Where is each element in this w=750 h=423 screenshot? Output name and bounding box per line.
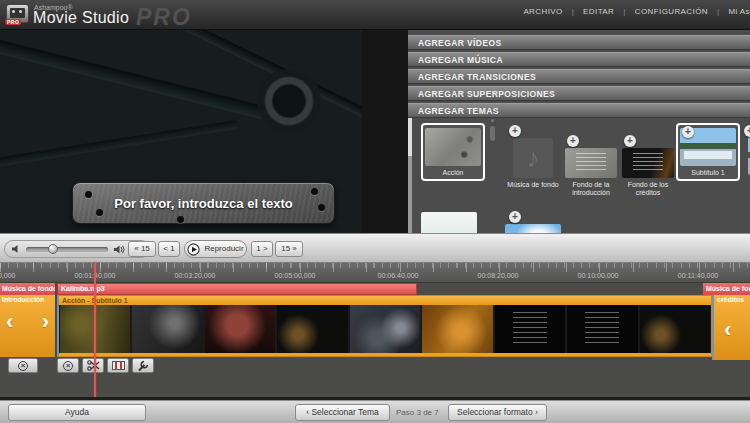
- add-icon[interactable]: +: [567, 135, 579, 147]
- accordion-agregar-temas[interactable]: AGREGAR TEMAS: [408, 103, 750, 118]
- menu-configuracion[interactable]: CONFIGURACIÓN: [635, 7, 708, 16]
- scrollbar-thumb[interactable]: [408, 118, 412, 156]
- film-frame[interactable]: [422, 305, 492, 353]
- skip-back-1-button[interactable]: < 1: [158, 241, 180, 257]
- menu-editar[interactable]: EDITAR: [583, 7, 614, 16]
- film-frame[interactable]: [640, 305, 710, 353]
- next-step-label: Seleccionar formato: [457, 407, 533, 417]
- intro-toolbar: ×: [8, 358, 38, 373]
- preview-scene-detail: [0, 120, 239, 170]
- theme-item-accion[interactable]: Acción: [421, 123, 485, 181]
- caption-overlay[interactable]: Por favor, introduzca el texto: [72, 182, 335, 224]
- accordion-agregar-musica[interactable]: AGREGAR MÚSICA: [408, 52, 750, 67]
- theme-thumbnail[interactable]: [565, 148, 617, 178]
- theme-thumbnail[interactable]: [622, 148, 674, 178]
- add-icon[interactable]: +: [509, 211, 521, 223]
- accordion-agregar-videos[interactable]: AGREGAR VÍDEOS: [408, 35, 750, 50]
- theme-thumbnail[interactable]: ♪: [513, 138, 553, 178]
- rivet-dot: [318, 204, 325, 211]
- rivet-dot: [85, 191, 92, 198]
- filmstrip[interactable]: [59, 305, 711, 353]
- ruler-label: 00:05:00,000: [264, 272, 326, 279]
- playhead[interactable]: [94, 263, 96, 397]
- play-icon: [187, 243, 200, 256]
- rivet-dot: [311, 188, 318, 195]
- rivet-dot: [177, 216, 184, 223]
- speaker-low-icon: [11, 244, 21, 254]
- nav-next-icon[interactable]: ›: [42, 311, 49, 333]
- speaker-loud-icon: [113, 244, 126, 255]
- pro-watermark: PRO: [136, 4, 192, 31]
- menu-mi-ashampoo[interactable]: Mi As: [728, 7, 750, 16]
- music-track-label: Música de fondo: [0, 283, 55, 295]
- delete-clip-button[interactable]: ×: [57, 358, 79, 373]
- accordion-agregar-transiciones[interactable]: AGREGAR TRANSICIONES: [408, 69, 750, 84]
- theme-clip[interactable]: Acción - Subtítulo 1: [57, 295, 712, 357]
- music-clip-kalimba[interactable]: Kalimba.mp3: [57, 283, 417, 295]
- app-title: Movie Studio: [33, 9, 129, 27]
- theme-label: Música de fondo: [505, 181, 561, 189]
- help-button[interactable]: Ayuda: [8, 404, 146, 421]
- ruler-label: 00:08:20,000: [467, 272, 529, 279]
- theme-clip-title: Acción - Subtítulo 1: [59, 296, 711, 305]
- intro-section-block: Introducción ‹ ›: [0, 295, 55, 357]
- volume-slider-thumb[interactable]: [48, 244, 58, 254]
- menu-separator: |: [623, 7, 625, 16]
- prev-step-label: Seleccionar Tema: [311, 407, 378, 417]
- scissors-icon: [87, 360, 100, 371]
- skip-fwd-1-button[interactable]: 1 >: [251, 241, 273, 257]
- delete-icon: ×: [63, 361, 73, 371]
- film-icon: [10, 8, 25, 18]
- theme-label: Fondo de la introducción: [563, 181, 619, 197]
- nav-prev-icon[interactable]: ‹: [724, 319, 731, 341]
- theme-item-musica-de-fondo[interactable]: + ♪ Música de fondo: [505, 138, 561, 189]
- video-preview[interactable]: Por favor, introduzca el texto: [0, 30, 362, 233]
- skip-fwd-15-button[interactable]: 15 »: [275, 241, 303, 257]
- menu-separator: |: [572, 7, 574, 16]
- intro-section-label: Introducción: [0, 295, 55, 303]
- ruler-label: 00:10:00,000: [567, 272, 629, 279]
- film-frame[interactable]: [495, 305, 565, 353]
- cut-button[interactable]: [82, 358, 104, 373]
- theme-thumbnail[interactable]: [425, 128, 481, 166]
- add-icon[interactable]: +: [682, 126, 694, 138]
- trim-button[interactable]: [107, 358, 129, 373]
- next-step-button[interactable]: Seleccionar formato ›: [448, 404, 547, 421]
- pro-badge: PRO: [5, 19, 21, 25]
- menu-archivo[interactable]: ARCHIVO: [523, 7, 562, 16]
- theme-label: Subtítulo 1: [680, 169, 736, 177]
- add-icon[interactable]: +: [624, 135, 636, 147]
- film-frame[interactable]: [205, 305, 275, 353]
- accordion-agregar-superposiciones[interactable]: AGREGAR SUPERPOSICIONES: [408, 86, 750, 101]
- add-icon[interactable]: +: [509, 125, 521, 137]
- music-track-label-right: Música de fondo: [703, 283, 750, 295]
- timeline-tracks: Música de fondo Kalimba.mp3 Música de fo…: [0, 283, 750, 397]
- nav-prev-icon[interactable]: ‹: [6, 311, 13, 333]
- volume-slider[interactable]: [26, 247, 108, 252]
- add-icon[interactable]: +: [744, 125, 750, 137]
- play-button[interactable]: Reproducir: [184, 240, 247, 258]
- theme-item-fondo-creditos[interactable]: + Fondo de los créditos: [620, 148, 676, 197]
- delete-icon: ×: [18, 361, 28, 371]
- prev-step-button[interactable]: ‹ Seleccionar Tema: [295, 404, 390, 421]
- app-window: PRO Ashampoo® Movie Studio PRO ARCHIVO |…: [0, 0, 750, 423]
- wizard-footer: Ayuda ‹ Seleccionar Tema Paso 3 de 7 Sel…: [0, 400, 750, 423]
- credits-section-block: créditos ‹: [712, 295, 750, 360]
- delete-section-button[interactable]: ×: [8, 358, 38, 373]
- film-frame[interactable]: [350, 305, 420, 353]
- theme-item-fondo-introduccion[interactable]: + Fondo de la introducción: [563, 148, 619, 197]
- ruler-label: 00:06:40,000: [367, 272, 429, 279]
- theme-item-subtitulo-1[interactable]: + Subtítulo 1: [676, 123, 740, 181]
- preview-scene-detail: [252, 64, 326, 138]
- divider-handle: [490, 126, 495, 141]
- play-label: Reproducir: [204, 242, 243, 256]
- caption-text: Por favor, introduzca el texto: [114, 196, 292, 211]
- film-frame[interactable]: [277, 305, 347, 353]
- settings-button[interactable]: [132, 358, 154, 373]
- timeline-ruler[interactable]: 00:00:00,000 00:01:40,000 00:03:20,000 0…: [0, 263, 750, 283]
- app-logo-icon: PRO: [6, 4, 29, 23]
- film-frame[interactable]: [567, 305, 637, 353]
- skip-back-15-button[interactable]: « 15: [128, 241, 156, 257]
- film-frame[interactable]: [132, 305, 202, 353]
- panel-scrollbar[interactable]: [408, 118, 412, 237]
